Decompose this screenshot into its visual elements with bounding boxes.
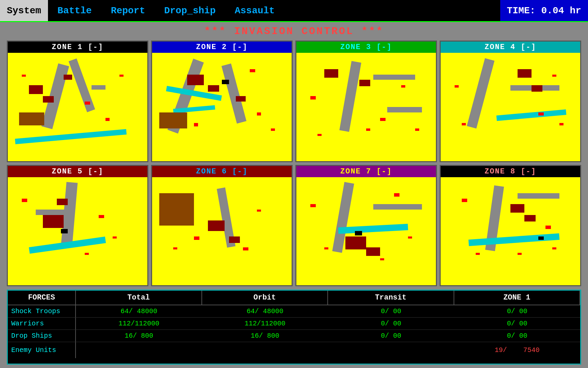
- zone-6-panel[interactable]: ZONE 6 [-]: [151, 165, 293, 287]
- val-enemy-zone1: 19/ 7540: [454, 342, 581, 358]
- zone-2-map: [152, 53, 292, 161]
- label-drop-ships: Drop Ships: [8, 330, 76, 342]
- val-shock-zone1: 0/ 00: [454, 305, 581, 317]
- label-shock-troops: Shock Troops: [8, 305, 76, 317]
- menu-system[interactable]: System: [0, 0, 48, 21]
- val-drops-zone1: 0/ 00: [454, 330, 581, 342]
- zone-5-header: ZONE 5 [-]: [8, 166, 147, 177]
- zone-5-map: [8, 177, 147, 286]
- label-enemy-units: Enemy Units: [8, 342, 76, 358]
- zone-8-header: ZONE 8 [-]: [441, 166, 580, 177]
- val-warriors-orbit: 112/112000: [202, 318, 328, 329]
- val-enemy-transit: [328, 342, 454, 358]
- val-shock-orbit: 64/ 48000: [202, 305, 328, 317]
- val-warriors-zone1: 0/ 00: [454, 318, 581, 329]
- zone-1-panel[interactable]: ZONE 1 [-]: [7, 41, 148, 162]
- menu-bar: System Battle Report Drop_ship Assault T…: [0, 0, 588, 22]
- forces-table: FORCES Total Orbit Transit ZONE 1 Shock …: [7, 290, 581, 365]
- time-label: TIME:: [507, 5, 536, 16]
- zone-2-panel[interactable]: ZONE 2 [-]: [151, 41, 293, 162]
- time-display: TIME: 0.04 hr: [500, 0, 588, 21]
- zone-8-panel[interactable]: ZONE 8 [-]: [440, 165, 581, 287]
- val-warriors-transit: 0/ 00: [328, 318, 454, 329]
- forces-row-drop-ships: Drop Ships 16/ 800 16/ 800 0/ 00 0/ 00: [8, 330, 580, 342]
- zone-4-header: ZONE 4 [-]: [441, 42, 580, 53]
- menu-assault[interactable]: Assault: [225, 2, 284, 19]
- zone-4-map: [441, 53, 580, 161]
- col-transit: Transit: [328, 291, 454, 305]
- zone-3-header: ZONE 3 [-]: [296, 42, 436, 53]
- val-drops-transit: 0/ 00: [328, 330, 454, 342]
- forces-row-enemy: Enemy Units 19/ 7540: [8, 342, 580, 358]
- col-total: Total: [76, 291, 202, 305]
- zone-8-map: [441, 177, 580, 286]
- zone-6-header: ZONE 6 [-]: [152, 166, 292, 177]
- enemy-val-count: 7540: [523, 346, 540, 354]
- enemy-val-num: 19/: [495, 346, 507, 354]
- col-forces: FORCES: [8, 291, 76, 305]
- menu-report[interactable]: Report: [101, 2, 155, 19]
- zone-7-header: ZONE 7 [-]: [296, 166, 436, 177]
- main-content: *** INVASION CONTROL *** ZONE 1 [-]: [0, 22, 588, 368]
- menu-dropship[interactable]: Drop_ship: [154, 2, 225, 19]
- forces-row-warriors: Warriors 112/112000 112/112000 0/ 00 0/ …: [8, 318, 580, 330]
- zone-4-panel[interactable]: ZONE 4 [-]: [440, 41, 581, 162]
- forces-header-row: FORCES Total Orbit Transit ZONE 1: [8, 291, 580, 305]
- val-enemy-orbit: [202, 342, 328, 358]
- val-warriors-total: 112/112000: [76, 318, 202, 329]
- val-shock-transit: 0/ 00: [328, 305, 454, 317]
- val-drops-orbit: 16/ 800: [202, 330, 328, 342]
- col-zone1: ZONE 1: [454, 291, 581, 305]
- zone-2-header: ZONE 2 [-]: [152, 42, 292, 53]
- col-orbit: Orbit: [202, 291, 328, 305]
- zone-1-header: ZONE 1 [-]: [8, 42, 147, 53]
- forces-row-shock-troops: Shock Troops 64/ 48000 64/ 48000 0/ 00 0…: [8, 305, 580, 318]
- zone-7-panel[interactable]: ZONE 7 [-]: [295, 165, 437, 287]
- label-warriors: Warriors: [8, 318, 76, 329]
- zone-1-map: [8, 53, 147, 161]
- zone-5-panel[interactable]: ZONE 5 [-]: [7, 165, 148, 287]
- zone-6-map: [152, 177, 292, 286]
- menu-battle[interactable]: Battle: [48, 2, 101, 19]
- val-shock-total: 64/ 48000: [76, 305, 202, 317]
- zone-7-map: [296, 177, 436, 286]
- invasion-title: *** INVASION CONTROL ***: [7, 26, 581, 37]
- zone-3-map: [296, 53, 436, 161]
- val-drops-total: 16/ 800: [76, 330, 202, 342]
- zone-3-panel[interactable]: ZONE 3 [-]: [295, 41, 437, 162]
- zones-container: ZONE 1 [-]: [7, 41, 581, 286]
- time-value: 0.04 hr: [541, 5, 581, 16]
- val-enemy-total: [76, 342, 202, 358]
